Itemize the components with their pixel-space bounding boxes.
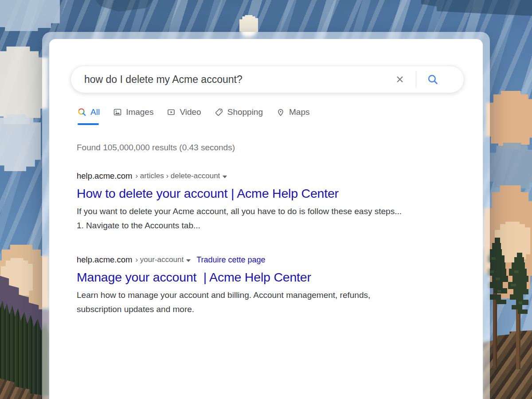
search-input[interactable]	[84, 74, 395, 86]
x-icon	[395, 74, 405, 85]
search-divider	[416, 71, 416, 88]
breadcrumb: help.acme.com › your-account Traduire ce…	[77, 255, 483, 265]
result-domain: help.acme.com	[77, 171, 132, 181]
tab-label: All	[90, 107, 100, 117]
chevron-down-icon[interactable]	[186, 259, 191, 262]
result-path: › your-account	[135, 255, 184, 264]
pine-trees	[488, 235, 532, 399]
tab-all[interactable]: All	[77, 105, 101, 125]
magnifier-icon	[427, 74, 439, 86]
result-path: › articles › delete-account	[135, 172, 220, 180]
results-stats: Found 105,000,000 results (0.43 seconds)	[77, 143, 483, 153]
image-icon	[113, 108, 122, 117]
tab-label: Shopping	[227, 107, 263, 117]
breadcrumb: help.acme.com › articles › delete-accoun…	[77, 171, 483, 181]
results-panel: All Images Video	[49, 39, 483, 399]
search-result: help.acme.com › your-account Traduire ce…	[77, 255, 483, 317]
cloud	[0, 0, 60, 31]
search-button[interactable]	[427, 74, 439, 86]
translate-link[interactable]: Traduire cette page	[196, 255, 265, 265]
tab-label: Images	[126, 107, 153, 117]
result-snippet: If you want to delete your Acme account,…	[77, 204, 403, 233]
search-results-card: All Images Video	[42, 32, 490, 399]
result-snippet: Learn how to manage your account and bil…	[77, 288, 403, 317]
cloud	[0, 47, 47, 124]
tab-shopping[interactable]: Shopping	[214, 105, 264, 125]
search-category-tabs: All Images Video	[77, 105, 483, 125]
tab-maps[interactable]: Maps	[275, 105, 310, 125]
result-title-link[interactable]: How to delete your account | Acme Help C…	[77, 186, 339, 201]
clear-button[interactable]	[395, 74, 405, 85]
tab-video[interactable]: Video	[166, 105, 202, 125]
video-play-icon	[167, 108, 176, 117]
result-title-link[interactable]: Manage your account | Acme Help Center	[77, 270, 311, 285]
cloud	[0, 114, 41, 171]
tab-label: Maps	[289, 107, 309, 117]
tab-label: Video	[180, 107, 201, 117]
shopping-tag-icon	[215, 108, 223, 117]
multicolor-magnifier-icon	[78, 108, 86, 117]
tab-images[interactable]: Images	[112, 105, 154, 125]
map-pin-icon	[276, 108, 285, 117]
active-tab-underline	[78, 123, 99, 125]
chevron-down-icon[interactable]	[223, 176, 227, 178]
search-result: help.acme.com › articles › delete-accoun…	[77, 171, 483, 233]
result-domain: help.acme.com	[77, 255, 132, 265]
search-bar	[70, 66, 464, 93]
